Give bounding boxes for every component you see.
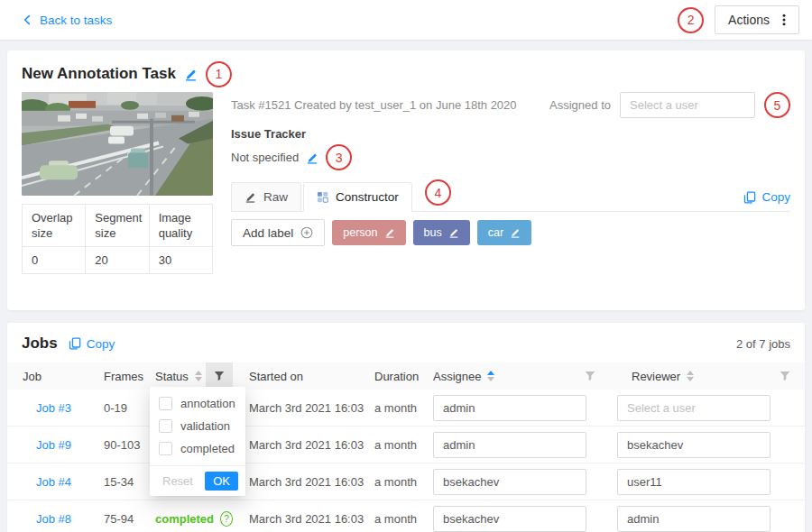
label-chip-car[interactable]: car xyxy=(477,220,531,245)
label-chip-bus[interactable]: bus xyxy=(413,220,470,245)
column-header-job: Job xyxy=(7,370,104,383)
column-header-assignee-label: Assignee xyxy=(433,370,481,383)
column-header-status-label: Status xyxy=(155,370,189,383)
started-cell: March 3rd 2021 16:03 xyxy=(233,475,364,489)
copy-icon xyxy=(743,191,756,204)
task-details-page: Back to tasks 2 Actions New Annotation T… xyxy=(0,0,812,532)
actions-button-label: Actions xyxy=(728,13,770,27)
reviewer-select[interactable] xyxy=(617,395,770,421)
assignee-select[interactable] xyxy=(433,432,586,458)
column-header-status[interactable]: Status xyxy=(155,370,206,383)
sort-icons-assignee[interactable] xyxy=(487,371,494,381)
parameters-header-row: Overlap size Segment size Image quality xyxy=(23,205,213,247)
task-parameters-table: Overlap size Segment size Image quality … xyxy=(22,204,213,274)
duration-cell: a month xyxy=(364,401,422,415)
filter-option-validation[interactable]: validation xyxy=(150,415,245,437)
label-constructor-pane: Add label person bus car xyxy=(231,212,790,246)
param-header-segment: Segment size xyxy=(86,205,149,247)
checkbox-completed[interactable] xyxy=(159,442,172,455)
back-to-tasks-link[interactable]: Back to tasks xyxy=(22,14,112,27)
label-chip-person-name: person xyxy=(343,226,377,239)
status-filter-icon[interactable] xyxy=(206,362,233,390)
filter-option-completed[interactable]: completed xyxy=(150,437,245,460)
job-link[interactable]: Job #4 xyxy=(36,475,71,489)
checkbox-validation[interactable] xyxy=(159,419,172,433)
top-bar-right: 2 Actions xyxy=(678,5,799,34)
status-filter-dropdown: annotation validation completed Reset OK xyxy=(150,387,245,496)
filter-reset-button[interactable]: Reset xyxy=(157,473,198,489)
column-header-reviewer[interactable]: Reviewer xyxy=(612,370,805,383)
filter-option-completed-label: completed xyxy=(180,442,235,455)
reviewer-select[interactable] xyxy=(617,469,770,495)
job-row: Job #9 90-103 March 3rd 2021 16:03 a mon… xyxy=(7,427,805,463)
tab-constructor-label: Constructor xyxy=(336,190,399,204)
column-header-assignee[interactable]: Assignee xyxy=(422,370,612,383)
started-cell: March 3rd 2021 16:03 xyxy=(233,512,364,526)
assignee-select[interactable] xyxy=(433,395,586,421)
annotation-circle-5: 5 xyxy=(764,92,790,118)
tab-constructor[interactable]: Constructor xyxy=(303,182,412,212)
copy-labels-label: Copy xyxy=(761,190,790,204)
column-header-frames: Frames xyxy=(104,370,155,383)
chevron-left-icon xyxy=(22,14,32,25)
edit-task-name-icon[interactable] xyxy=(184,68,198,81)
edit-label-icon[interactable] xyxy=(510,227,521,238)
reviewer-filter-icon[interactable] xyxy=(780,371,790,381)
job-link[interactable]: Job #3 xyxy=(36,401,71,415)
frames-cell: 15-34 xyxy=(104,475,155,489)
param-value-segment: 20 xyxy=(86,247,149,274)
assignee-select[interactable] xyxy=(433,469,586,495)
edit-label-icon[interactable] xyxy=(448,227,459,238)
jobs-table: Job Frames Status Started on Duration As… xyxy=(7,362,805,532)
task-meta-row: Task #1521 Created by test_user_1 on Jun… xyxy=(231,92,790,118)
job-link[interactable]: Job #8 xyxy=(36,512,71,526)
assigned-to-label: Assigned to xyxy=(549,98,611,112)
copy-jobs-link[interactable]: Copy xyxy=(69,337,115,351)
assignee-select[interactable] xyxy=(433,506,586,532)
filter-option-annotation[interactable]: annotation xyxy=(150,392,245,415)
sort-icons-status[interactable] xyxy=(195,371,202,381)
sort-icons-reviewer[interactable] xyxy=(687,371,694,381)
edit-label-icon[interactable] xyxy=(384,227,395,238)
page-title: New Annotation Task xyxy=(22,65,176,83)
top-bar: Back to tasks 2 Actions xyxy=(0,0,812,40)
label-chip-person[interactable]: person xyxy=(332,220,405,245)
assigned-to-select[interactable] xyxy=(620,92,755,118)
frames-cell: 75-94 xyxy=(104,512,155,526)
assignee-filter-icon[interactable] xyxy=(585,371,595,381)
filter-dropdown-footer: Reset OK xyxy=(150,465,245,496)
filter-ok-button[interactable]: OK xyxy=(205,472,238,491)
label-chip-car-name: car xyxy=(488,226,503,239)
jobs-title: Jobs xyxy=(22,335,58,353)
reviewer-select[interactable] xyxy=(617,432,770,458)
checkbox-annotation[interactable] xyxy=(159,397,172,410)
annotation-circle-3: 3 xyxy=(326,144,352,170)
add-label-button-text: Add label xyxy=(243,226,293,240)
pencil-icon xyxy=(245,191,256,203)
reviewer-select[interactable] xyxy=(617,506,770,532)
copy-jobs-label: Copy xyxy=(87,337,115,351)
column-header-started: Started on xyxy=(233,370,364,383)
duration-cell: a month xyxy=(364,512,422,526)
task-title-row: New Annotation Task 1 xyxy=(22,61,790,87)
duration-cell: a month xyxy=(364,438,422,452)
add-label-button[interactable]: Add label xyxy=(231,219,325,246)
status-help-icon[interactable]: ? xyxy=(220,511,233,527)
param-header-overlap: Overlap size xyxy=(23,205,86,247)
edit-issue-tracker-icon[interactable] xyxy=(306,151,318,164)
blocks-icon xyxy=(317,191,328,203)
jobs-count: 2 of 7 jobs xyxy=(736,337,790,351)
task-preview-image xyxy=(22,92,213,196)
actions-button[interactable]: Actions xyxy=(715,5,799,34)
job-link[interactable]: Job #9 xyxy=(36,438,71,452)
jobs-header: Jobs Copy 2 of 7 jobs xyxy=(22,332,790,355)
label-chip-bus-name: bus xyxy=(424,226,442,239)
column-header-reviewer-label: Reviewer xyxy=(632,370,680,383)
filter-option-annotation-label: annotation xyxy=(180,397,235,410)
annotation-circle-4: 4 xyxy=(425,179,451,206)
issue-tracker-label: Issue Tracker xyxy=(231,127,790,141)
tab-raw[interactable]: Raw xyxy=(231,182,301,211)
copy-icon xyxy=(69,337,81,350)
copy-labels-link[interactable]: Copy xyxy=(743,190,790,204)
issue-tracker-block: Issue Tracker Not specified 3 xyxy=(231,127,790,170)
